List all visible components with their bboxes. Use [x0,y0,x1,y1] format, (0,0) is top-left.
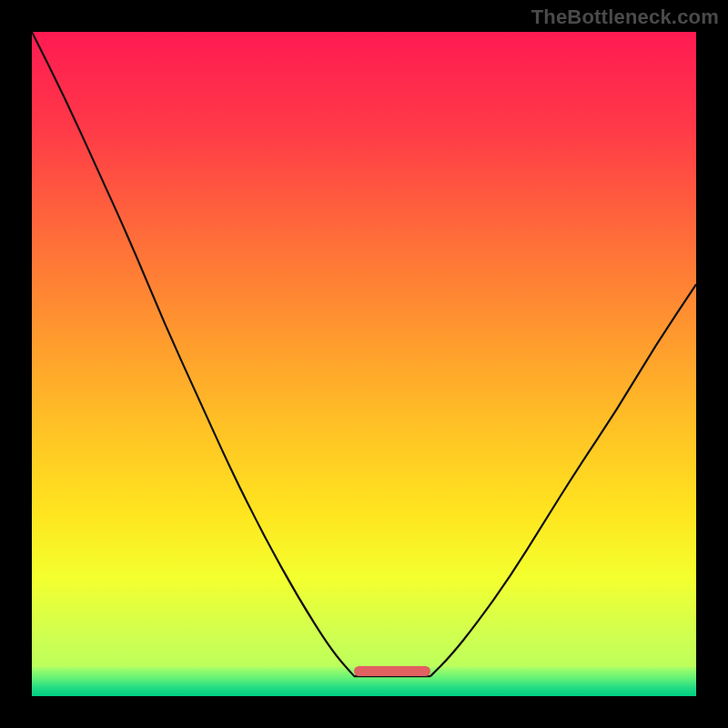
flat-minimum-marker [354,666,430,676]
left-curve-path [32,32,354,676]
right-curve-path [430,284,696,676]
plot-area [32,32,696,696]
curve-layer [32,32,696,696]
watermark-text: TheBottleneck.com [531,5,719,29]
chart-frame: TheBottleneck.com [0,0,728,728]
